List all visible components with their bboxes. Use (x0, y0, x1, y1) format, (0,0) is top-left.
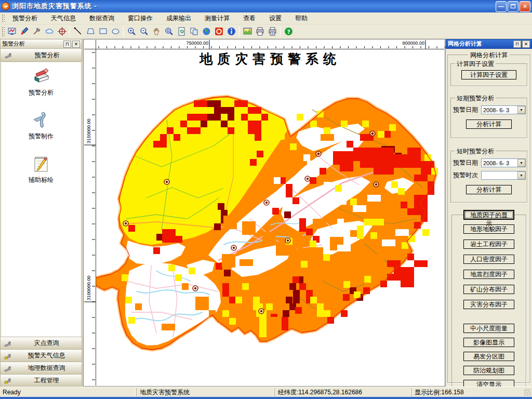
hazard-map[interactable] (96, 49, 444, 385)
pin-icon[interactable]: ⊓ (63, 41, 71, 48)
group-label: 灾点查询 (14, 339, 79, 348)
groupbox-label: 短期预警分析 (455, 94, 496, 103)
refresh-icon[interactable] (175, 25, 188, 38)
chevron-down-icon[interactable]: ▼ (517, 106, 525, 114)
hand-pen-icon (31, 110, 51, 130)
paint-brush-icon[interactable] (18, 25, 31, 38)
zoom-page-icon[interactable] (163, 25, 175, 38)
factor-setting-groupbox: 计算因子设置 计算因子设置 (450, 63, 527, 86)
short-time-date-combo[interactable]: 2008- 6- 3 ▼ (481, 158, 526, 167)
chevron-down-icon[interactable]: ▼ (517, 159, 525, 167)
left-group-header[interactable]: 预警分析 (0, 49, 82, 62)
menu-measure-calc[interactable]: 测量计算 (198, 12, 236, 24)
geo-factor-display-button[interactable]: 地质因子的显示 (463, 210, 514, 220)
menu-help[interactable]: 帮助 (288, 12, 314, 24)
group-label: 预警天气信息 (14, 351, 79, 360)
factor-buttons-groupbox: 地形地貌因子 岩土工程因子 人口密度因子 地震烈度因子 矿山分布因子 灾害分布因… (451, 215, 526, 391)
rainfall-button[interactable]: 中小尺度雨量 (463, 324, 514, 333)
rectangle-tool-icon[interactable] (97, 25, 109, 38)
book-icon (31, 66, 51, 86)
item-label: 辅助标绘 (29, 176, 54, 184)
menu-window-ops[interactable]: 窗口操作 (121, 12, 159, 24)
left-panel: 预警分析 ⊓ ✕ 预警分析 预警分析 (0, 39, 83, 387)
menu-warning-analysis[interactable]: 预警分析 (6, 12, 44, 24)
zoom-in-icon[interactable] (125, 25, 138, 38)
info-icon[interactable] (225, 25, 237, 38)
line-tool-icon[interactable] (72, 25, 84, 38)
left-panel-groups: 灾点查询 预警天气信息 地理数据查询 工程管理 (0, 337, 82, 387)
item-aux-plotting[interactable]: 辅助标绘 (29, 154, 54, 184)
short-term-analyze-button[interactable]: 分析计算 (466, 119, 512, 129)
copy-layers-icon[interactable] (188, 25, 200, 38)
title-bar[interactable]: 浏阳市地质灾害预警系统 - — ✕ (0, 0, 532, 12)
cloud-icon[interactable] (43, 25, 56, 38)
group-label: 地理数据查询 (14, 364, 79, 373)
resize-grip[interactable] (524, 389, 531, 396)
print-icon[interactable] (254, 25, 266, 38)
menu-view[interactable]: 查看 (236, 12, 262, 24)
image-display-button[interactable]: 影像图显示 (463, 338, 514, 347)
svg-text:750000.00: 750000.00 (186, 41, 208, 46)
group-disaster-query[interactable]: 灾点查询 (0, 337, 82, 349)
close-button[interactable]: ✕ (520, 1, 530, 12)
close-icon[interactable]: ✕ (522, 41, 530, 48)
warning-monitor-icon[interactable] (6, 25, 18, 38)
item-label: 预警分析 (29, 88, 54, 97)
left-panel-items: 预警分析 预警制作 (1, 62, 82, 337)
pin-icon[interactable]: ⊓ (513, 41, 521, 48)
susceptibility-map-button[interactable]: 易发分区图 (463, 352, 514, 361)
chevron-down-icon[interactable]: ▼ (517, 171, 525, 179)
geotech-factor-button[interactable]: 岩土工程因子 (463, 240, 514, 249)
svg-text:3150000.00: 3150000.00 (86, 118, 91, 143)
crosshair-icon[interactable] (56, 25, 68, 38)
app-icon (2, 2, 10, 10)
population-factor-button[interactable]: 人口密度因子 (463, 255, 514, 264)
map-image-icon[interactable] (241, 25, 254, 38)
menu-result-output[interactable]: 成果输出 (159, 12, 198, 24)
svg-text:?: ? (287, 29, 290, 35)
help-icon[interactable]: ? (282, 25, 295, 38)
item-warning-analysis[interactable]: 预警分析 (29, 66, 54, 97)
disaster-factor-button[interactable]: 灾害分布因子 (463, 300, 514, 309)
group-warning-weather[interactable]: 预警天气信息 (0, 349, 82, 362)
prevention-plan-button[interactable]: 防治规划图 (463, 366, 514, 375)
stop-icon[interactable] (212, 25, 225, 38)
groupbox-label: 短时预警分析 (455, 147, 496, 156)
date-value: 2008- 6- 3 (482, 107, 517, 113)
stamp-icon (4, 51, 12, 59)
toolbar-grip[interactable] (1, 26, 5, 37)
groupbox-title: 网格分析计算 (468, 51, 510, 60)
window-bottom-edge (0, 397, 532, 399)
short-time-period-combo[interactable]: ▼ (481, 171, 526, 180)
factor-setting-button[interactable]: 计算因子设置 (461, 70, 516, 79)
date-label: 预警日期 (453, 105, 481, 114)
stamp-icon (3, 364, 12, 373)
ellipse-tool-icon[interactable] (109, 25, 122, 38)
minimize-button[interactable]: — (496, 1, 507, 12)
ruler-corner (84, 40, 96, 49)
toolbar: ? (0, 24, 532, 39)
seismic-factor-button[interactable]: 地震烈度因子 (463, 270, 514, 279)
menu-grip[interactable] (1, 14, 5, 23)
status-system: 地质灾害预警系统 (136, 388, 274, 396)
short-term-date-combo[interactable]: 2008- 6- 3 ▼ (481, 105, 526, 114)
restore-button[interactable] (508, 1, 518, 12)
close-icon[interactable]: ✕ (72, 41, 80, 48)
group-geo-data-query[interactable]: 地理数据查询 (0, 362, 82, 374)
short-time-analyze-button[interactable]: 分析计算 (466, 185, 512, 194)
menu-data-query[interactable]: 数据查询 (83, 12, 121, 24)
pan-hand-icon[interactable] (150, 25, 163, 38)
hammer-icon[interactable] (31, 25, 43, 38)
print-setup-icon[interactable] (266, 25, 278, 38)
polygon-tool-icon[interactable] (84, 25, 97, 38)
item-warning-production[interactable]: 预警制作 (29, 110, 54, 141)
mine-factor-button[interactable]: 矿山分布因子 (463, 285, 514, 294)
menu-settings[interactable]: 设置 (262, 12, 288, 24)
globe-icon[interactable] (200, 25, 212, 38)
menu-weather-info[interactable]: 天气信息 (44, 12, 83, 24)
status-bar: Ready 地质灾害预警系统 经纬度:114.296875,28.162686 … (0, 387, 532, 397)
group-project-management[interactable]: 工程管理 (0, 374, 82, 387)
map-canvas[interactable]: 地质灾害预警系统 (96, 49, 444, 385)
left-panel-title: 预警分析 (2, 40, 62, 48)
zoom-out-icon[interactable] (138, 25, 150, 38)
